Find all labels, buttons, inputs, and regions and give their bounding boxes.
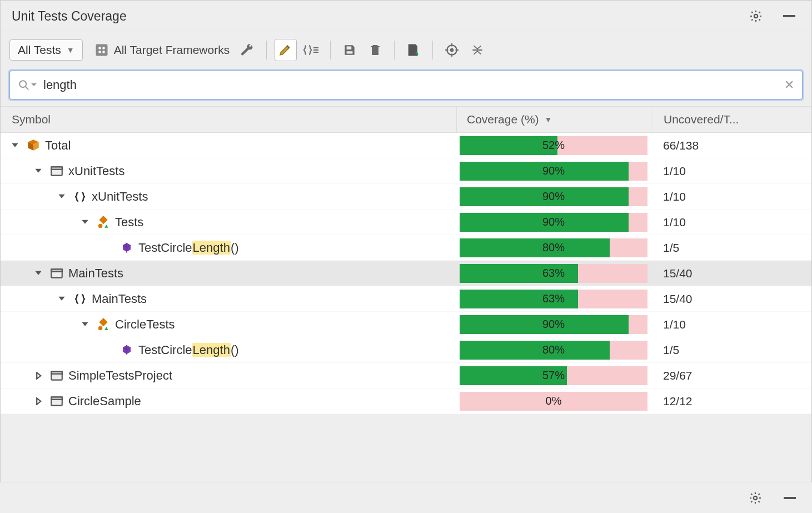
target-icon[interactable] [441,39,463,61]
tree-row[interactable]: MainTests63%15/40 [1,286,811,312]
svg-rect-32 [784,497,796,499]
coverage-cell: 80% [456,341,651,360]
coverage-bar: 80% [460,341,647,360]
project-icon [49,164,64,178]
uncovered-cell: 1/10 [651,318,811,331]
column-uncovered[interactable]: Uncovered/T... [651,107,811,132]
symbol-cell: Total [1,138,456,153]
coverage-percent-label: 52% [460,136,647,155]
uncovered-cell: 1/10 [651,190,811,203]
coverage-cell: 90% [456,187,651,206]
uncovered-cell: 15/40 [651,267,811,280]
coverage-cell: 80% [456,238,651,257]
gear-icon[interactable] [744,487,766,509]
svg-point-4 [102,47,105,49]
symbol-cell: MainTests [1,292,456,306]
toolbar-separator [330,41,331,59]
project-icon [49,368,64,383]
svg-rect-30 [51,397,62,399]
svg-rect-2 [96,44,107,56]
trash-icon[interactable] [364,39,386,61]
symbol-label: MainTests [92,292,147,306]
panel-footer [0,482,812,513]
coverage-bar: 57% [460,366,647,385]
sort-desc-icon: ▼ [545,115,552,124]
column-coverage[interactable]: Coverage (%) ▼ [456,107,651,132]
coverage-bar: 90% [460,162,647,181]
frameworks-selector[interactable]: All Target Frameworks [91,40,233,60]
svg-line-18 [26,87,29,90]
uncovered-cell: 1/5 [651,343,811,357]
highlight-icon[interactable] [275,39,297,61]
tree-row[interactable]: xUnitTests90%1/10 [1,184,811,210]
symbol-label: xUnitTests [92,190,148,204]
chevron-down-icon[interactable] [32,165,45,178]
tree-row[interactable]: TestCircleLength()80%1/5 [1,337,811,363]
panel-header: Unit Tests Coverage [1,1,811,32]
toolbar: All Tests ▼ All Target Frameworks [1,32,811,67]
coverage-percent-label: 57% [460,366,647,385]
uncovered-cell: 66/138 [651,139,811,152]
chevron-down-icon[interactable] [78,318,92,331]
coverage-bar: 0% [460,392,647,411]
clear-search-icon[interactable]: ✕ [784,78,794,92]
coverage-cell: 0% [456,392,651,411]
chevron-down-icon[interactable] [55,190,68,203]
symbol-cell: SimpleTestsProject [1,368,456,383]
coverage-percent-label: 63% [460,264,647,283]
uncovered-cell: 29/67 [651,369,811,382]
svg-point-3 [98,47,101,49]
search-box: ✕ [9,71,803,99]
svg-rect-24 [51,269,62,271]
save-icon[interactable] [338,39,361,61]
coverage-cell: 63% [456,264,651,283]
chevron-right-icon[interactable] [32,395,45,408]
search-input[interactable] [37,78,784,92]
tree-row[interactable]: xUnitTests90%1/10 [1,158,811,184]
minimize-icon[interactable] [779,487,801,509]
toolbar-separator [432,41,433,59]
tree-row[interactable]: CircleTests90%1/10 [1,312,811,337]
uncovered-cell: 15/40 [651,292,811,306]
svg-point-22 [98,223,103,228]
namespace-icon [73,190,87,204]
symbol-label: Tests [115,215,143,230]
coverage-bar: 52% [460,136,647,155]
chevron-down-icon[interactable] [8,139,22,152]
toolbar-separator [266,41,267,59]
svg-point-31 [754,496,757,499]
dropdown-label: All Tests [18,43,61,57]
symbol-cell: TestCircleLength() [1,343,456,357]
svg-rect-20 [51,167,62,169]
tests-scope-dropdown[interactable]: All Tests ▼ [9,39,83,61]
chevron-right-icon[interactable] [32,369,45,382]
minimize-icon[interactable] [778,5,800,27]
tree-row[interactable]: CircleSample0%12/12 [1,389,811,414]
symbol-label: CircleTests [115,317,175,332]
collapse-all-icon[interactable] [466,39,489,61]
project-icon [49,394,64,409]
chevron-down-icon[interactable] [78,216,92,229]
column-coverage-label: Coverage (%) [467,113,539,126]
braces-indent-icon[interactable] [300,39,322,61]
tree-row[interactable]: Tests90%1/10 [1,210,811,235]
svg-point-26 [98,326,103,330]
export-icon[interactable] [402,39,425,61]
namespace-icon [73,292,87,306]
svg-point-6 [102,51,105,53]
tree-row[interactable]: MainTests63%15/40 [1,261,811,286]
column-symbol[interactable]: Symbol [1,113,456,126]
wrench-icon[interactable] [236,39,258,61]
tree-row[interactable]: TestCircleLength()80%1/5 [1,235,811,261]
chevron-down-icon[interactable] [32,267,45,280]
coverage-cell: 90% [456,213,651,232]
chevron-down-icon[interactable] [55,292,68,306]
tree-row[interactable]: Total52%66/138 [1,133,811,158]
coverage-percent-label: 0% [460,392,647,411]
coverage-percent-label: 90% [460,315,647,334]
symbol-label: MainTests [68,266,123,281]
tree-row[interactable]: SimpleTestsProject57%29/67 [1,363,811,389]
gear-icon[interactable] [745,5,767,27]
panel-title: Unit Tests Coverage [12,9,127,24]
coverage-bar: 90% [460,213,647,232]
